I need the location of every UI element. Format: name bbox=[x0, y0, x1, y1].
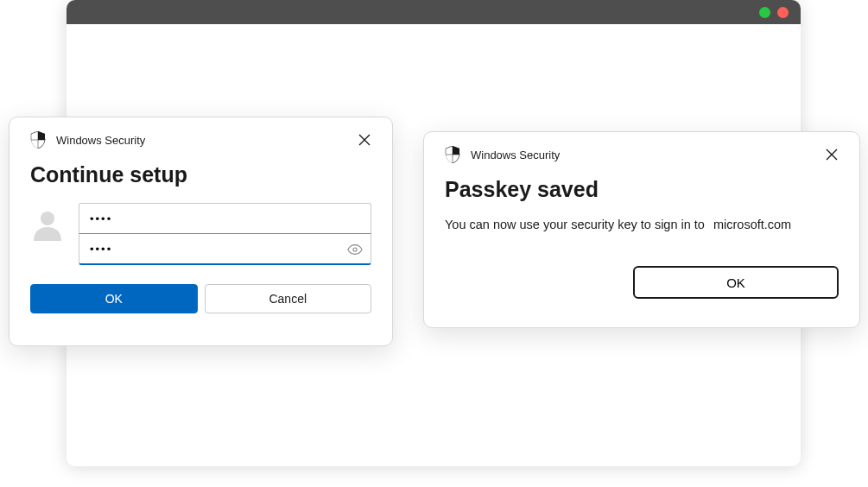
window-minimize-dot[interactable] bbox=[759, 7, 770, 18]
dialog-heading: Passkey saved bbox=[445, 177, 839, 202]
shield-icon bbox=[30, 131, 46, 149]
dialog-window-title: Windows Security bbox=[56, 134, 145, 147]
dialog-body-text: You can now use your security key to sig… bbox=[445, 218, 839, 231]
cancel-button[interactable]: Cancel bbox=[205, 284, 372, 313]
body-domain-text: microsoft.com bbox=[713, 218, 791, 231]
svg-point-1 bbox=[353, 248, 357, 251]
button-row: OK bbox=[445, 266, 839, 299]
window-close-dot[interactable] bbox=[777, 7, 789, 18]
credentials-row bbox=[30, 203, 371, 265]
ok-button[interactable]: OK bbox=[30, 284, 198, 313]
inputs-column bbox=[79, 203, 371, 265]
close-button[interactable] bbox=[358, 133, 371, 147]
username-input-wrap bbox=[79, 203, 371, 234]
svg-point-0 bbox=[41, 212, 54, 225]
close-button[interactable] bbox=[825, 148, 839, 161]
dialog-window-title: Windows Security bbox=[471, 149, 560, 161]
body-prefix-text: You can now use your security key to sig… bbox=[445, 218, 705, 231]
reveal-password-icon[interactable] bbox=[347, 242, 363, 257]
dialog-header-left: Windows Security bbox=[445, 146, 560, 163]
ok-button[interactable]: OK bbox=[633, 266, 839, 299]
button-row: OK Cancel bbox=[30, 284, 371, 313]
password-input[interactable] bbox=[79, 234, 371, 265]
password-input-wrap bbox=[79, 234, 371, 265]
security-setup-dialog: Windows Security Continue setup bbox=[9, 117, 393, 346]
dialog-heading: Continue setup bbox=[30, 162, 371, 187]
user-avatar-icon bbox=[30, 206, 65, 241]
dialog-header: Windows Security bbox=[445, 146, 839, 163]
username-input[interactable] bbox=[79, 203, 371, 234]
dialog-header: Windows Security bbox=[30, 131, 371, 149]
passkey-saved-dialog: Windows Security Passkey saved You can n… bbox=[423, 131, 860, 328]
dialog-header-left: Windows Security bbox=[30, 131, 145, 149]
app-titlebar bbox=[67, 0, 801, 24]
shield-icon bbox=[445, 146, 460, 163]
